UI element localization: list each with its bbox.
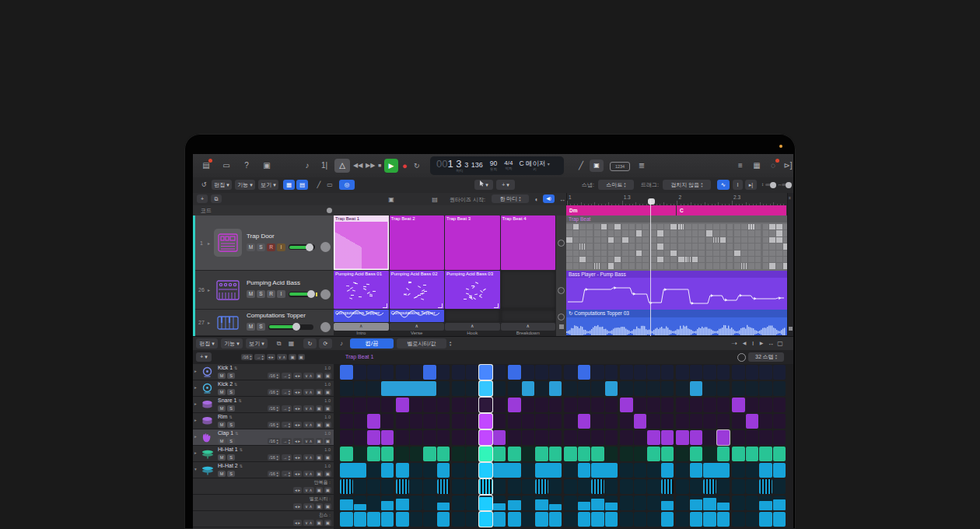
duplicate-track-button[interactable]: ⧉ xyxy=(211,194,222,203)
live-loops-cell[interactable]: Computations Topper xyxy=(334,310,389,322)
step-cell[interactable] xyxy=(396,365,409,380)
region-stepgrid[interactable]: Trap Beat xyxy=(566,215,787,272)
velocity-bar[interactable] xyxy=(508,500,521,510)
step-cell[interactable] xyxy=(564,365,577,380)
step-cell[interactable] xyxy=(354,479,367,494)
chord-track-power-icon[interactable] xyxy=(327,208,332,213)
step-cell[interactable] xyxy=(746,365,759,380)
step-cell[interactable] xyxy=(479,479,492,494)
step-cell[interactable] xyxy=(508,414,521,429)
step-cell[interactable] xyxy=(340,447,353,461)
media-browser-icon[interactable]: ▣ xyxy=(260,159,274,173)
step-cell[interactable] xyxy=(732,512,745,527)
step-cell[interactable] xyxy=(703,414,716,429)
step-cell[interactable] xyxy=(773,381,786,396)
step-cell[interactable] xyxy=(746,496,759,510)
step-cell[interactable] xyxy=(717,496,730,510)
step-cell[interactable] xyxy=(676,512,689,527)
step-cell[interactable] xyxy=(340,463,366,478)
velocity-bar[interactable] xyxy=(690,499,703,510)
step-cell[interactable] xyxy=(773,496,786,510)
step-row-header[interactable]: ▸Snare 1 ⇅1.0MS/16 ▴▾→ ▴▾◂ ▸∨ ∧▣▣ xyxy=(193,397,334,413)
ss-grid-icon[interactable]: ▦ xyxy=(286,338,296,349)
step-cell[interactable] xyxy=(466,447,479,461)
step-cell[interactable] xyxy=(732,430,745,445)
track-header[interactable]: 27▸Computations TopperMS xyxy=(195,310,334,336)
mixer-icon[interactable]: ▦ xyxy=(750,159,764,173)
step-row-header[interactable]: 찬스 :◂ ▸∨ ∧▣▣ xyxy=(193,511,334,527)
track-s-button[interactable]: S xyxy=(257,243,265,251)
step-cell[interactable] xyxy=(759,430,772,445)
velocity-bar[interactable] xyxy=(661,501,674,510)
step-cell[interactable] xyxy=(591,496,604,510)
menu-functions[interactable]: 기능 ▾ xyxy=(235,180,255,190)
notifications-icon[interactable]: ◌ xyxy=(766,159,780,173)
velocity-bar[interactable] xyxy=(717,503,730,510)
step-cell[interactable] xyxy=(661,381,674,396)
step-cell[interactable] xyxy=(591,365,604,380)
step-cell[interactable] xyxy=(732,463,745,478)
step-cell[interactable] xyxy=(340,381,353,396)
step-cell[interactable] xyxy=(759,447,772,461)
step-cell[interactable] xyxy=(605,414,618,429)
track-disclosure-icon[interactable]: ▸ xyxy=(208,240,214,246)
step-cell[interactable] xyxy=(732,398,745,412)
subrow-controls[interactable]: ◂ ▸∨ ∧▣▣ xyxy=(292,520,331,526)
header-row-controls[interactable]: /16 ▴▾→ ▴▾◂ ▸∨ ∧▣▣ xyxy=(240,354,305,360)
pencil-icon[interactable]: ╱ xyxy=(574,159,588,173)
step-cell[interactable] xyxy=(620,414,633,429)
step-cell[interactable] xyxy=(591,512,604,527)
step-cell[interactable] xyxy=(634,365,647,380)
tracks-view-button[interactable]: ▤ xyxy=(296,180,308,190)
step-cell[interactable] xyxy=(452,381,465,396)
step-cell[interactable] xyxy=(620,365,633,380)
step-cell[interactable] xyxy=(620,512,633,527)
step-cell[interactable] xyxy=(759,381,772,396)
pan-knob[interactable] xyxy=(320,289,331,300)
step-cell[interactable] xyxy=(367,447,380,461)
ss-midi-in-icon[interactable]: ⇢ xyxy=(730,338,739,349)
step-cell[interactable] xyxy=(493,414,506,429)
step-row-header[interactable]: ▸Kick 2 ⇅1.0MS/16 ▴▾→ ▴▾◂ ▸∨ ∧▣▣ xyxy=(193,380,334,397)
ss-menu-view[interactable]: 보기 ▾ xyxy=(246,338,268,349)
step-cell[interactable] xyxy=(676,365,689,380)
step-cell[interactable] xyxy=(605,381,618,396)
velocity-bar[interactable] xyxy=(479,497,492,510)
ss-menu-functions[interactable]: 기능 ▾ xyxy=(221,338,243,349)
step-cell[interactable] xyxy=(535,512,548,527)
step-cell[interactable] xyxy=(423,398,436,412)
volume-knob[interactable] xyxy=(307,290,315,298)
step-cell[interactable] xyxy=(410,479,423,494)
step-cell[interactable] xyxy=(354,381,367,396)
step-cell[interactable] xyxy=(759,512,772,527)
track-header[interactable]: 1▸Trap DoorMSRI xyxy=(195,215,334,271)
step-cell[interactable] xyxy=(508,365,521,380)
contrast-icon[interactable]: ◐ xyxy=(533,194,541,205)
step-cell[interactable] xyxy=(437,496,450,510)
ss-prev-icon[interactable]: ◀ xyxy=(740,338,748,349)
step-cell[interactable] xyxy=(479,365,492,380)
step-cell[interactable] xyxy=(437,365,450,380)
step-cell[interactable] xyxy=(522,398,535,412)
ss-menu-edit[interactable]: 편집 ▾ xyxy=(196,338,218,349)
step-cell[interactable] xyxy=(479,381,492,396)
step-cell[interactable] xyxy=(493,430,506,445)
step-cell[interactable] xyxy=(620,398,633,412)
step-cell[interactable] xyxy=(522,463,535,478)
step-cell[interactable] xyxy=(396,447,409,461)
step-cell[interactable] xyxy=(773,447,786,461)
step-cell[interactable] xyxy=(605,430,618,445)
step-cell[interactable] xyxy=(466,479,479,494)
step-cell[interactable] xyxy=(591,381,604,396)
scene-trigger[interactable]: ∧ xyxy=(390,323,445,331)
step-cell[interactable] xyxy=(661,414,674,429)
step-cell[interactable] xyxy=(690,398,703,412)
step-cell[interactable] xyxy=(578,479,591,494)
horizontal-zoom-slider[interactable] xyxy=(782,184,792,186)
step-cell[interactable] xyxy=(522,365,535,380)
step-cell[interactable] xyxy=(493,381,506,396)
velocity-bar[interactable] xyxy=(354,504,367,511)
step-cell[interactable] xyxy=(647,512,660,527)
subrow-controls[interactable]: ◂ ▸∨ ∧▣▣ xyxy=(292,503,331,510)
step-cell[interactable] xyxy=(773,365,786,380)
